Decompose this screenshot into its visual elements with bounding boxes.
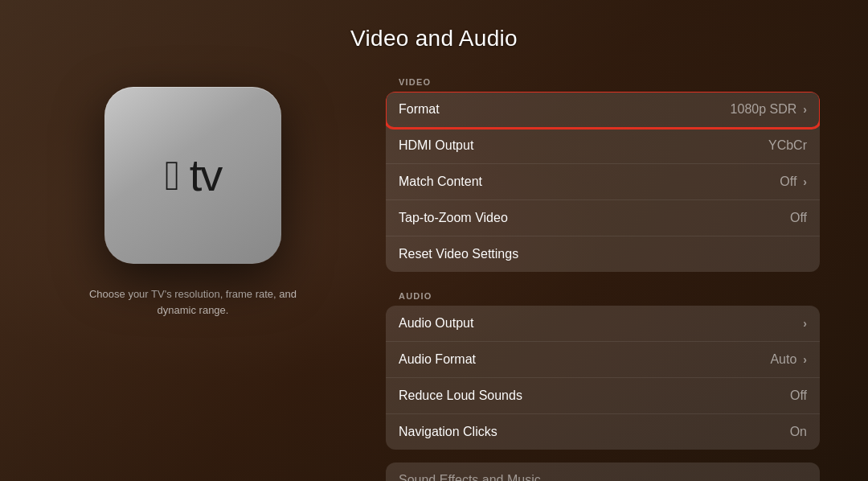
format-label: Format <box>399 102 440 117</box>
reset-video-row[interactable]: Reset Video Settings <box>386 236 820 272</box>
reset-video-label: Reset Video Settings <box>399 247 518 261</box>
right-panel: VIDEO Format 1080p SDR › HDMI Output YCb… <box>386 71 820 481</box>
sound-effects-row[interactable]: Sound Effects and Music <box>386 462 820 481</box>
navigation-clicks-row[interactable]: Navigation Clicks On <box>386 414 820 450</box>
navigation-clicks-value-group: On <box>790 425 807 439</box>
page-title: Video and Audio <box>350 0 518 71</box>
apple-tv-device-image:  tv <box>104 87 281 264</box>
left-panel:  tv Choose your TV's resolution, frame … <box>48 71 338 318</box>
tv-text: tv <box>190 153 222 198</box>
navigation-clicks-label: Navigation Clicks <box>399 425 497 439</box>
audio-output-chevron-icon: › <box>803 317 807 330</box>
audio-format-chevron-icon: › <box>803 353 807 366</box>
format-row[interactable]: Format 1080p SDR › <box>386 92 820 128</box>
reduce-loud-sounds-value-group: Off <box>790 388 807 403</box>
audio-settings-group: Audio Output › Audio Format Auto › Reduc… <box>386 306 820 450</box>
match-content-value: Off <box>780 175 796 189</box>
hdmi-output-value-group: YCbCr <box>768 138 807 153</box>
match-content-chevron-icon: › <box>803 175 807 188</box>
reduce-loud-sounds-row[interactable]: Reduce Loud Sounds Off <box>386 378 820 414</box>
tap-to-zoom-label: Tap-to-Zoom Video <box>399 211 508 225</box>
apple-tv-logo:  tv <box>165 153 222 198</box>
audio-output-label: Audio Output <box>399 316 473 331</box>
format-value-group: 1080p SDR › <box>731 102 807 117</box>
match-content-row[interactable]: Match Content Off › <box>386 164 820 200</box>
match-content-value-group: Off › <box>780 175 807 189</box>
hdmi-output-value: YCbCr <box>768 138 807 153</box>
tap-to-zoom-row[interactable]: Tap-to-Zoom Video Off <box>386 200 820 236</box>
audio-section-label: AUDIO <box>386 291 820 301</box>
tap-to-zoom-value: Off <box>790 211 807 225</box>
navigation-clicks-value: On <box>790 425 807 439</box>
sound-effects-label: Sound Effects and Music <box>399 473 541 481</box>
audio-format-value-group: Auto › <box>770 352 807 367</box>
format-chevron-icon: › <box>803 103 807 116</box>
reduce-loud-sounds-label: Reduce Loud Sounds <box>399 388 522 403</box>
hdmi-output-row[interactable]: HDMI Output YCbCr <box>386 128 820 164</box>
page-content: Video and Audio  tv Choose your TV's re… <box>0 0 868 481</box>
apple-logo-icon:  <box>165 154 180 196</box>
audio-output-value-group: › <box>801 317 807 330</box>
format-value: 1080p SDR <box>731 102 797 117</box>
video-section-label: VIDEO <box>386 77 820 87</box>
audio-format-row[interactable]: Audio Format Auto › <box>386 342 820 378</box>
main-area:  tv Choose your TV's resolution, frame … <box>0 71 868 481</box>
device-description: Choose your TV's resolution, frame rate,… <box>80 286 305 318</box>
video-settings-group: Format 1080p SDR › HDMI Output YCbCr Mat… <box>386 92 820 272</box>
match-content-label: Match Content <box>399 175 482 189</box>
hdmi-output-label: HDMI Output <box>399 138 473 153</box>
audio-format-value: Auto <box>770 352 796 367</box>
audio-format-label: Audio Format <box>399 352 476 367</box>
sound-effects-group: Sound Effects and Music <box>386 462 820 481</box>
tap-to-zoom-value-group: Off <box>790 211 807 225</box>
audio-output-row[interactable]: Audio Output › <box>386 306 820 342</box>
reduce-loud-sounds-value: Off <box>790 388 807 403</box>
